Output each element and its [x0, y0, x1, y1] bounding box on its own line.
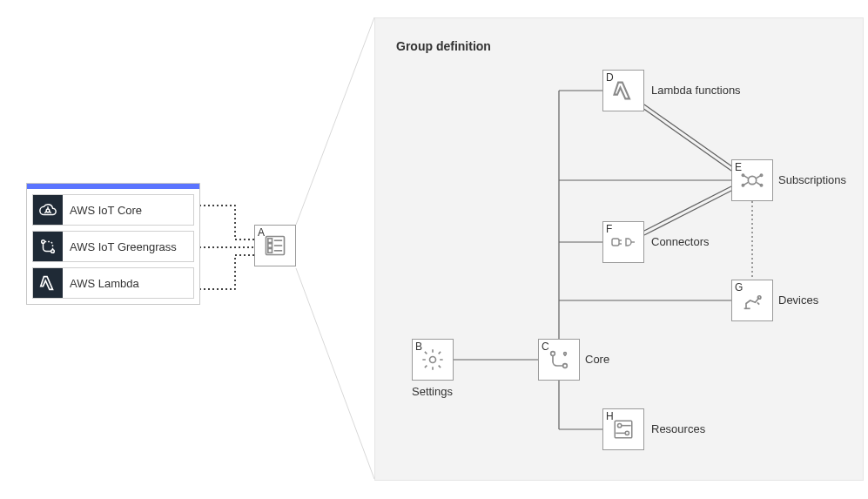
- svg-point-38: [742, 185, 744, 186]
- panel-title: Group definition: [396, 39, 491, 53]
- svg-point-45: [757, 296, 761, 300]
- svg-point-20: [51, 250, 55, 253]
- devices-icon: [737, 286, 767, 315]
- service-aws-iot-core: AWS IoT Core: [32, 194, 194, 226]
- svg-rect-23: [268, 244, 273, 248]
- service-label: AWS Lambda: [63, 273, 193, 293]
- service-label: AWS IoT Core: [63, 200, 193, 220]
- connectors-icon: [609, 227, 638, 257]
- label-subscriptions: Subscriptions: [778, 173, 846, 186]
- node-g-devices: G: [731, 280, 773, 321]
- svg-line-17: [44, 212, 46, 213]
- svg-point-19: [42, 240, 45, 244]
- svg-line-1: [296, 268, 374, 479]
- svg-rect-22: [268, 239, 273, 243]
- service-aws-lambda: AWS Lambda: [32, 267, 194, 299]
- node-e-subscriptions: E: [731, 159, 773, 201]
- node-d-lambda: D: [602, 70, 644, 111]
- service-aws-iot-greengrass: AWS IoT Greengrass: [32, 231, 194, 262]
- svg-point-32: [748, 176, 756, 184]
- service-label: AWS IoT Greengrass: [63, 237, 193, 257]
- group-icon: [260, 231, 290, 260]
- label-lambda-functions: Lambda functions: [651, 84, 741, 97]
- aws-iot-greengrass-icon: [33, 232, 63, 261]
- resources-icon: [609, 415, 638, 444]
- core-icon: [544, 345, 574, 374]
- svg-rect-24: [268, 249, 273, 253]
- svg-line-0: [296, 17, 374, 225]
- node-b-settings: B: [412, 339, 454, 381]
- svg-point-28: [430, 357, 436, 363]
- svg-point-47: [618, 424, 622, 428]
- svg-rect-41: [612, 239, 619, 246]
- node-a-group: A: [254, 225, 296, 266]
- label-core: Core: [585, 353, 609, 366]
- aws-lambda-icon: [33, 268, 63, 298]
- node-c-core: C: [538, 339, 580, 381]
- gear-icon: [418, 345, 447, 374]
- node-h-resources: H: [602, 408, 644, 450]
- subscriptions-icon: [737, 165, 767, 195]
- label-devices: Devices: [778, 293, 818, 307]
- svg-point-37: [742, 174, 744, 176]
- svg-point-40: [760, 185, 762, 186]
- node-f-connectors: F: [602, 221, 644, 263]
- lambda-icon: [609, 76, 638, 105]
- label-settings: Settings: [412, 385, 453, 398]
- accent-bar: [27, 184, 199, 189]
- svg-point-30: [563, 364, 568, 368]
- svg-point-15: [46, 209, 50, 212]
- aws-iot-core-icon: [33, 195, 63, 225]
- svg-line-18: [50, 212, 51, 213]
- svg-rect-46: [615, 421, 632, 438]
- label-connectors: Connectors: [651, 235, 709, 248]
- label-resources: Resources: [651, 422, 705, 435]
- svg-point-49: [625, 431, 629, 435]
- aws-services-card: AWS IoT Core AWS IoT Greengrass AWS Lamb…: [26, 183, 200, 305]
- svg-point-39: [760, 174, 762, 176]
- svg-point-31: [564, 353, 567, 355]
- svg-point-29: [551, 352, 555, 356]
